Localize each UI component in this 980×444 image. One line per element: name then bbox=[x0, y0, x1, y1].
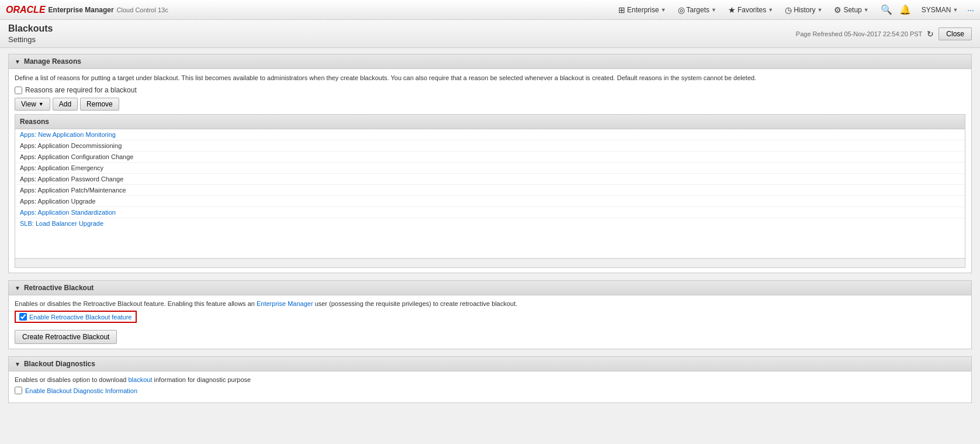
add-button[interactable]: Add bbox=[53, 98, 78, 111]
em-product-version: Cloud Control 13c bbox=[117, 6, 168, 13]
blackout-diagnostics-body: Enables or disables option to download b… bbox=[9, 371, 971, 402]
create-retroactive-blackout-button[interactable]: Create Retroactive Blackout bbox=[15, 330, 117, 344]
manage-reasons-title: Manage Reasons bbox=[24, 57, 81, 66]
retroactive-blackout-section: ▼ Retroactive Blackout Enables or disabl… bbox=[8, 280, 972, 349]
blackout-diagnostics-section: ▼ Blackout Diagnostics Enables or disabl… bbox=[8, 356, 972, 403]
targets-dropdown-icon: ▼ bbox=[711, 7, 716, 13]
setup-icon: ⚙ bbox=[834, 5, 842, 15]
list-item: Apps: Application Configuration Change bbox=[15, 152, 965, 163]
targets-icon: ◎ bbox=[678, 5, 685, 15]
enable-diagnostic-row: Enable Blackout Diagnostic Information bbox=[15, 387, 965, 394]
reason-text: Apps: Application Decommissioning bbox=[20, 142, 122, 149]
diagnostics-title: Blackout Diagnostics bbox=[24, 360, 95, 368]
reason-text: Apps: Application Password Change bbox=[20, 175, 123, 183]
list-item: Apps: Application Patch/Maintenance bbox=[15, 185, 965, 196]
reasons-list[interactable]: Apps: New Application Monitoring Apps: A… bbox=[15, 129, 965, 258]
reasons-table: Reasons Apps: New Application Monitoring… bbox=[15, 114, 965, 268]
remove-button[interactable]: Remove bbox=[80, 98, 119, 111]
enable-diagnostic-checkbox[interactable] bbox=[15, 387, 22, 394]
page-header-right: Page Refreshed 05-Nov-2017 22:54:20 PST … bbox=[796, 27, 972, 40]
manage-reasons-toggle[interactable]: ▼ bbox=[15, 58, 20, 65]
header: ORACLE Enterprise Manager Cloud Control … bbox=[0, 0, 980, 20]
reason-link[interactable]: Apps: Application Standardization bbox=[20, 209, 116, 216]
retroactive-blackout-body: Enables or disables the Retroactive Blac… bbox=[9, 295, 971, 349]
enterprise-nav[interactable]: ⊞ Enterprise ▼ bbox=[614, 4, 671, 16]
reason-text: Apps: Application Upgrade bbox=[20, 198, 96, 205]
targets-label: Targets bbox=[687, 6, 709, 14]
view-button[interactable]: View ▼ bbox=[15, 98, 50, 111]
page-refresh-text: Page Refreshed 05-Nov-2017 22:54:20 PST bbox=[796, 30, 922, 37]
history-label: History bbox=[794, 6, 815, 14]
enterprise-dropdown-icon: ▼ bbox=[661, 7, 666, 13]
manage-reasons-header: ▼ Manage Reasons bbox=[9, 54, 971, 69]
diagnostics-desc: Enables or disables option to download b… bbox=[15, 376, 965, 383]
header-icon-area: 🔍 🔔 SYSMAN ▼ ··· bbox=[879, 3, 974, 16]
reasons-required-row: Reasons are required for a blackout bbox=[15, 86, 965, 94]
retroactive-title: Retroactive Blackout bbox=[24, 284, 94, 292]
em-product-name: Enterprise Manager bbox=[49, 6, 114, 14]
enable-retroactive-highlight: Enable Retroactive Blackout feature bbox=[15, 311, 137, 323]
enable-retroactive-label[interactable]: Enable Retroactive Blackout feature bbox=[29, 314, 132, 321]
blackout-diagnostics-header: ▼ Blackout Diagnostics bbox=[9, 357, 971, 371]
blackout-info-link[interactable]: blackout bbox=[128, 376, 152, 383]
manage-reasons-body: Define a list of reasons for putting a t… bbox=[9, 69, 971, 273]
enable-retroactive-row: Enable Retroactive Blackout feature bbox=[15, 311, 965, 323]
reason-text: Apps: Application Emergency bbox=[20, 164, 103, 171]
close-button[interactable]: Close bbox=[939, 27, 972, 40]
favorites-label: Favorites bbox=[737, 6, 766, 14]
page-header: Blackouts Settings Page Refreshed 05-Nov… bbox=[0, 20, 980, 48]
bell-icon[interactable]: 🔔 bbox=[898, 3, 912, 16]
favorites-nav[interactable]: ★ Favorites ▼ bbox=[723, 4, 778, 16]
main-content: ▼ Manage Reasons Define a list of reason… bbox=[0, 48, 980, 416]
reason-link[interactable]: Apps: New Application Monitoring bbox=[20, 131, 116, 138]
reasons-column-header: Reasons bbox=[15, 115, 965, 129]
history-icon: ◷ bbox=[785, 5, 792, 15]
username: SYSMAN bbox=[922, 6, 951, 14]
reasons-toolbar: View ▼ Add Remove bbox=[15, 98, 965, 111]
list-item: Apps: Application Password Change bbox=[15, 174, 965, 185]
list-item: Apps: New Application Monitoring bbox=[15, 129, 965, 140]
oracle-wordmark: ORACLE bbox=[6, 5, 46, 15]
reasons-required-checkbox[interactable] bbox=[15, 87, 22, 94]
main-nav: ⊞ Enterprise ▼ ◎ Targets ▼ ★ Favorites ▼… bbox=[614, 4, 874, 16]
page-titles: Blackouts Settings bbox=[8, 23, 53, 44]
setup-dropdown-icon: ▼ bbox=[864, 7, 869, 13]
manage-reasons-section: ▼ Manage Reasons Define a list of reason… bbox=[8, 54, 972, 273]
enable-retroactive-checkbox[interactable] bbox=[19, 313, 27, 321]
em-link[interactable]: Enterprise Manager bbox=[257, 300, 313, 307]
targets-nav[interactable]: ◎ Targets ▼ bbox=[673, 4, 721, 16]
enterprise-label: Enterprise bbox=[627, 6, 659, 14]
reasons-required-label[interactable]: Reasons are required for a blackout bbox=[25, 86, 137, 94]
list-item: SLB: Load Balancer Upgrade bbox=[15, 218, 965, 229]
retroactive-blackout-header: ▼ Retroactive Blackout bbox=[9, 281, 971, 295]
favorites-icon: ★ bbox=[728, 5, 736, 15]
search-icon[interactable]: 🔍 bbox=[879, 3, 894, 16]
retroactive-desc: Enables or disables the Retroactive Blac… bbox=[15, 300, 965, 307]
user-dropdown-icon: ▼ bbox=[953, 7, 958, 13]
reason-text: Apps: Application Configuration Change bbox=[20, 153, 133, 160]
refresh-icon[interactable]: ↻ bbox=[927, 29, 934, 39]
history-dropdown-icon: ▼ bbox=[818, 7, 823, 13]
enable-diagnostic-label[interactable]: Enable Blackout Diagnostic Information bbox=[25, 387, 137, 394]
setup-label: Setup bbox=[843, 6, 861, 14]
more-options-icon[interactable]: ··· bbox=[967, 5, 974, 15]
list-item: Apps: Application Upgrade bbox=[15, 196, 965, 207]
list-item: Apps: Application Standardization bbox=[15, 207, 965, 218]
reason-text: Apps: Application Patch/Maintenance bbox=[20, 187, 126, 194]
favorites-dropdown-icon: ▼ bbox=[768, 7, 773, 13]
history-nav[interactable]: ◷ History ▼ bbox=[780, 4, 827, 16]
page-title: Blackouts bbox=[8, 23, 53, 34]
diagnostics-toggle[interactable]: ▼ bbox=[15, 361, 20, 367]
view-label: View bbox=[21, 100, 36, 108]
retroactive-toggle[interactable]: ▼ bbox=[15, 285, 20, 291]
reason-link[interactable]: SLB: Load Balancer Upgrade bbox=[20, 220, 103, 227]
view-dropdown-arrow: ▼ bbox=[39, 101, 44, 107]
manage-reasons-desc: Define a list of reasons for putting a t… bbox=[15, 74, 965, 82]
page-subtitle: Settings bbox=[8, 35, 53, 44]
list-item: Apps: Application Emergency bbox=[15, 163, 965, 174]
horizontal-scrollbar[interactable] bbox=[15, 258, 965, 267]
setup-nav[interactable]: ⚙ Setup ▼ bbox=[829, 4, 873, 16]
reasons-list-inner: Apps: New Application Monitoring Apps: A… bbox=[15, 129, 965, 229]
user-menu[interactable]: SYSMAN ▼ bbox=[917, 4, 963, 16]
oracle-logo: ORACLE Enterprise Manager Cloud Control … bbox=[6, 5, 168, 15]
